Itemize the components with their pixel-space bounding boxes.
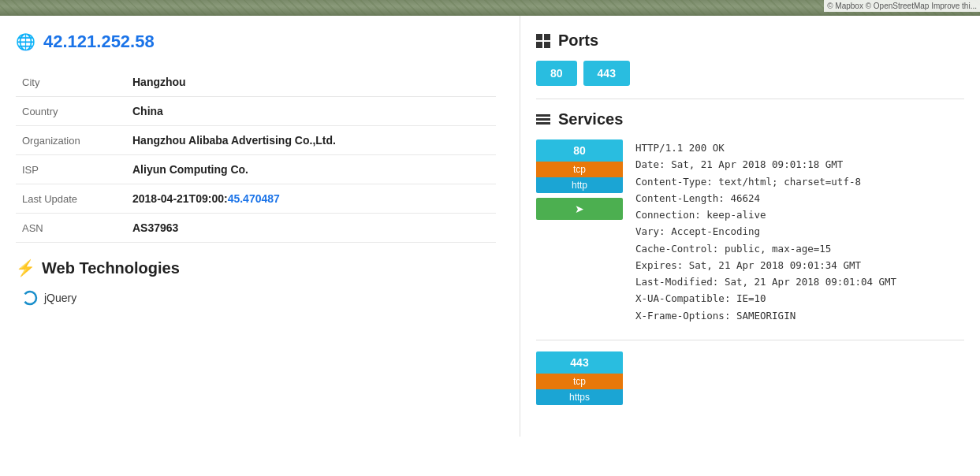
lastupdate-prefix: 2018-04-21T09:00: — [132, 192, 228, 205]
response-line: Connection: keep-alive — [635, 206, 964, 223]
service-port-443: 443 — [536, 351, 623, 374]
table-row: Last Update 2018-04-21T09:00:45.470487 — [16, 184, 496, 214]
isp-label: ISP — [16, 155, 126, 184]
ports-title: Ports — [558, 32, 598, 50]
response-line: Last-Modified: Sat, 21 Apr 2018 09:01:04… — [635, 273, 964, 290]
service-port-80: 80 — [536, 139, 623, 162]
table-row: ISP Aliyun Computing Co. — [16, 155, 496, 184]
left-panel: 🌐 42.121.252.58 City Hangzhou Country Ch… — [0, 16, 520, 437]
info-table: City Hangzhou Country China Organization… — [16, 68, 496, 243]
divider — [536, 99, 964, 99]
ports-section: Ports 80 443 — [536, 32, 964, 86]
response-line: Content-Type: text/html; charset=utf-8 — [635, 173, 964, 190]
port-badge-80[interactable]: 80 — [536, 61, 577, 86]
service-entry-443: 443 tcp https — [536, 351, 964, 405]
response-line: Vary: Accept-Encoding — [635, 223, 964, 240]
ports-header: Ports — [536, 32, 964, 50]
response-line: HTTP/1.1 200 OK — [635, 139, 964, 156]
response-line: Expires: Sat, 21 Apr 2018 09:01:34 GMT — [635, 257, 964, 273]
bolt-icon: ⚡ — [16, 258, 35, 277]
response-line: Date: Sat, 21 Apr 2018 09:01:18 GMT — [635, 156, 964, 173]
services-title: Services — [558, 110, 623, 128]
jquery-label: jQuery — [44, 292, 76, 304]
country-label: Country — [16, 97, 126, 126]
svg-point-0 — [24, 292, 36, 304]
globe-icon: 🌐 — [16, 32, 35, 51]
response-line: Content-Length: 46624 — [635, 190, 964, 206]
service-info-443 — [635, 351, 964, 405]
city-value: Hangzhou — [126, 68, 496, 97]
service-protocol-443: tcp — [536, 374, 623, 389]
right-panel: Ports 80 443 Services 80 — [520, 16, 980, 437]
service-entry-80: 80 tcp http ➤ HTTP/1.1 200 OK Date: Sat,… — [536, 139, 964, 324]
service-name-443: https — [536, 389, 623, 405]
services-section: Services 80 tcp http ➤ HTTP/1.1 200 OK D… — [536, 110, 964, 405]
port-badge-443[interactable]: 443 — [583, 61, 630, 86]
lastupdate-label: Last Update — [16, 184, 126, 214]
asn-label: ASN — [16, 214, 126, 243]
response-line: X-Frame-Options: SAMEORIGIN — [635, 307, 964, 324]
ip-title: 🌐 42.121.252.58 — [16, 32, 496, 52]
response-line: X-UA-Compatible: IE=10 — [635, 290, 964, 307]
service-name-80: http — [536, 177, 623, 193]
table-row: City Hangzhou — [16, 68, 496, 97]
table-row: ASN AS37963 — [16, 214, 496, 243]
table-row: Country China — [16, 97, 496, 126]
grid-icon — [536, 34, 550, 48]
asn-value: AS37963 — [126, 214, 496, 243]
divider-2 — [536, 340, 964, 340]
country-value: China — [126, 97, 496, 126]
response-line: Cache-Control: public, max-age=15 — [635, 240, 964, 257]
service-arrow-80: ➤ — [536, 198, 623, 220]
web-technologies-title: Web Technologies — [42, 259, 180, 277]
service-badge-col-80: 80 tcp http ➤ — [536, 139, 623, 324]
map-attribution: © Mapbox © OpenStreetMap Improve thi... — [824, 0, 980, 12]
ip-address-link[interactable]: 42.121.252.58 — [43, 32, 155, 52]
services-header: Services — [536, 110, 964, 128]
web-technologies-section: ⚡ Web Technologies — [16, 258, 496, 277]
city-label: City — [16, 68, 126, 97]
isp-value: Aliyun Computing Co. — [126, 155, 496, 184]
service-info-80: HTTP/1.1 200 OK Date: Sat, 21 Apr 2018 0… — [635, 139, 964, 324]
org-label: Organization — [16, 126, 126, 155]
main-container: 🌐 42.121.252.58 City Hangzhou Country Ch… — [0, 16, 980, 437]
map-bar: © Mapbox © OpenStreetMap Improve thi... — [0, 0, 980, 16]
service-protocol-80: tcp — [536, 162, 623, 177]
list-icon — [536, 114, 550, 125]
jquery-item: jQuery — [16, 287, 496, 309]
table-row: Organization Hangzhou Alibaba Advertisin… — [16, 126, 496, 155]
lastupdate-value: 2018-04-21T09:00:45.470487 — [126, 184, 496, 214]
org-value: Hangzhou Alibaba Advertising Co.,Ltd. — [126, 126, 496, 155]
jquery-icon — [22, 290, 38, 306]
port-badges: 80 443 — [536, 61, 964, 86]
lastupdate-link[interactable]: 45.470487 — [228, 192, 280, 205]
service-badge-col-443: 443 tcp https — [536, 351, 623, 405]
